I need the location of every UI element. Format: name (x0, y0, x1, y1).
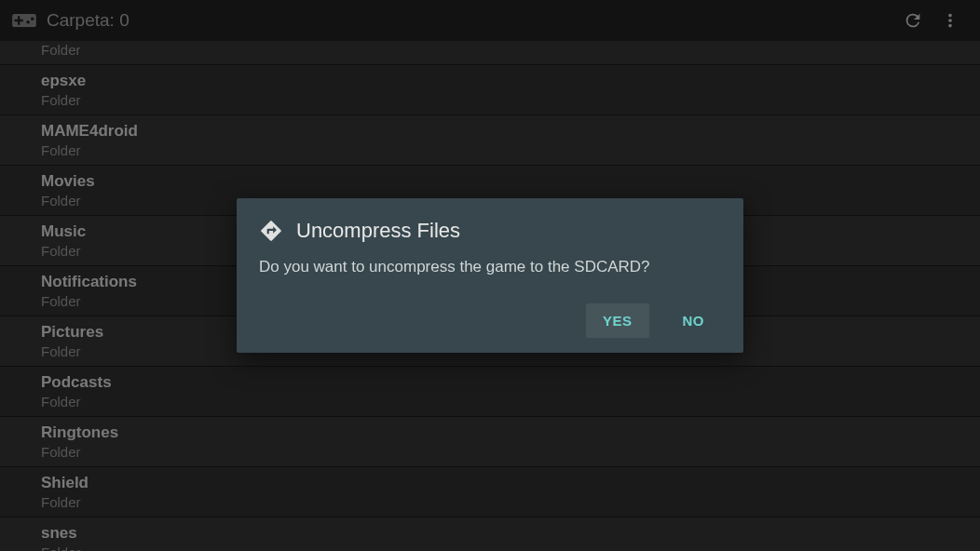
directions-icon (259, 219, 283, 243)
dialog-header: Uncompress Files (259, 219, 721, 243)
no-button[interactable]: NO (666, 303, 722, 338)
dialog-title: Uncompress Files (296, 219, 460, 243)
uncompress-dialog: Uncompress Files Do you want to uncompre… (237, 198, 743, 354)
modal-overlay: Uncompress Files Do you want to uncompre… (0, 0, 980, 551)
dialog-button-row: YES NO (259, 303, 721, 338)
yes-button[interactable]: YES (586, 303, 649, 338)
dialog-message: Do you want to uncompress the game to th… (259, 256, 721, 278)
